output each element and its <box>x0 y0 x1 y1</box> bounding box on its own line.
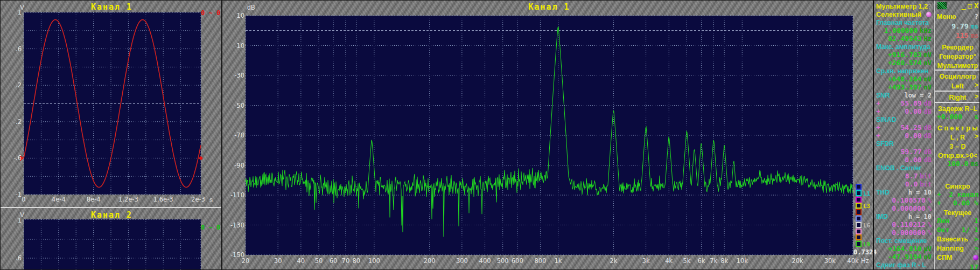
value-rms-1: +648.264mV <box>875 75 933 84</box>
menu-item-3d[interactable]: 3 – D <box>936 141 979 150</box>
spectrum-y-tick: 10 <box>225 12 244 19</box>
text: dB <box>924 124 932 131</box>
text: 1 <box>974 217 978 225</box>
scope1-canvas <box>1 1 221 209</box>
menu-item-sync[interactable]: Синхро <box>936 181 979 190</box>
menu-item-2-channel[interactable]: +2 канал <box>936 190 979 199</box>
text: -47.9194 <box>888 253 922 261</box>
legend-label-L6: L6 <box>863 222 870 229</box>
menu-item-spm[interactable]: СПМ <box>936 253 979 262</box>
value-snr-2: +0.00dB <box>875 107 933 116</box>
spectrum-x-tick: 20k <box>792 257 803 265</box>
spectrum-x-tick: 70 <box>342 257 350 265</box>
scope1-y-tick: .6 <box>2 45 22 53</box>
text: low = 2 <box>904 92 932 99</box>
value-sfdr-1: 59.77dB <box>875 148 933 156</box>
menu-item-oct[interactable]: Окт1/ 1 <box>936 226 979 234</box>
scope2-title: Канал 2 <box>24 210 200 220</box>
readout-record-time: 115ms <box>936 31 979 40</box>
value-sinad-2: +0.00dB <box>875 131 933 140</box>
window-controls[interactable]: _□X <box>936 2 979 10</box>
spectrum-x-tick: 600 <box>512 257 523 265</box>
text: 0.00 <box>905 107 921 115</box>
text: 2 канал <box>949 190 978 198</box>
legend-swatch-10[interactable] <box>856 241 862 247</box>
value-thd-1: 0.108578% <box>875 196 933 205</box>
maximize-button[interactable]: □ <box>968 2 972 10</box>
scope-area: Канал 1 V 0 ~ 0 1.6.2-.2-.6-1 04e-48e-41… <box>1 1 221 270</box>
text: С п е к т р ы <box>937 124 978 132</box>
minimize-button[interactable]: _ <box>962 2 966 10</box>
spectrum-area: Канал 1 dB 10-10-30-50-70-90-110-130-150… <box>222 1 873 270</box>
value-rms-2: +493.397nV <box>875 83 933 92</box>
text: mV <box>924 75 932 83</box>
measurement-panel: Мультиметр 1,2?СелективныйГлавная частот… <box>874 1 934 270</box>
label-max-amplitude: Макс. амплитуда <box>875 43 933 51</box>
scope1-x-tick: 1.6e-3 <box>153 196 173 203</box>
text: Right <box>949 94 967 101</box>
text: 100.0 <box>947 160 968 168</box>
menu-item-recorder[interactable]: Рекордер <box>936 42 979 51</box>
text: > <box>975 93 978 100</box>
spectrum-x-tick: 80 <box>352 257 360 265</box>
label-dc-offset: Пост. смещение <box>875 237 933 245</box>
text: ms <box>971 23 978 30</box>
text: +648.264 <box>888 75 922 83</box>
text: 1.000000 <box>884 26 918 34</box>
legend-swatch-7[interactable] <box>856 222 862 228</box>
value-sfdr-2: 0.00dB <box>875 156 933 164</box>
legend-swatch-5[interactable] <box>856 209 862 215</box>
value-imd-1: 0.110212% <box>875 220 933 229</box>
text: 0.000000 <box>892 204 926 212</box>
menu-item-multimeter[interactable]: Мультиметр <box>936 60 979 69</box>
menu-item-open-input[interactable]: Откр.вх.>0< <box>936 150 979 159</box>
selective-mode: Селективный <box>875 10 933 19</box>
legend-swatch-8[interactable] <box>856 229 862 234</box>
text: 0.0 <box>905 180 918 188</box>
text: +164.810 <box>888 245 922 253</box>
menu-item-hanning[interactable]: Hanning> <box>936 244 979 253</box>
text: Hz <box>924 35 932 43</box>
scope1-x-tick: 1.2e-3 <box>118 196 138 203</box>
value-thd-2: 0.000000% <box>875 204 933 213</box>
text: 0.00 % <box>953 199 978 207</box>
menu-item-current[interactable]: Текущее <box>936 207 979 216</box>
menu-item-menu[interactable]: Меню? <box>936 12 979 21</box>
text: +916.783 <box>888 51 922 59</box>
spectrum-x-tick: 3k <box>642 257 650 265</box>
legend-label-L1: L1 <box>863 190 870 197</box>
panel-separator <box>1 207 221 208</box>
legend-swatch-9[interactable] <box>856 234 862 240</box>
menu-item-weighting[interactable]: Взвесить> <box>936 235 979 244</box>
menu-item-lin[interactable]: Лин1 <box>936 217 979 225</box>
menu-item-spectra[interactable]: С п е к т р ы <box>936 123 979 131</box>
text: nV <box>924 59 932 67</box>
menu-item-lr[interactable]: L , R> <box>936 132 979 141</box>
spectrum-y-tick: -50 <box>225 102 244 109</box>
menu-item-delay-rl[interactable]: Задерж R–L <box>936 103 979 112</box>
legend-swatch-1[interactable] <box>856 184 862 190</box>
menu-item-generator[interactable]: Генератор° <box>936 51 979 60</box>
spectrum-x-tick: 6k <box>697 257 705 265</box>
legend-swatch-2[interactable] <box>856 190 862 196</box>
menu-item-right[interactable]: Right> <box>936 92 979 101</box>
text: h = 10 <box>908 213 932 220</box>
legend-swatch-3[interactable] <box>856 197 862 203</box>
scope2-marker-readout: 0 ~ 0 <box>201 224 220 231</box>
spectrum-x-tick: 5k <box>683 257 690 265</box>
text: % <box>928 205 932 212</box>
value-sinad-1: +54.25dB <box>875 123 933 132</box>
text: ? <box>975 13 978 20</box>
close-button[interactable]: X <box>974 2 978 10</box>
menu-item-left[interactable]: Left> <box>936 81 979 89</box>
text: bit <box>920 181 932 188</box>
legend-swatch-4[interactable] <box>856 203 862 209</box>
legend-swatch-6[interactable] <box>856 216 862 221</box>
value-max-amplitude-2: +260.574nV <box>875 59 933 67</box>
text: bit <box>920 172 932 180</box>
text: 82.49543 <box>888 34 922 43</box>
spectrum-x-tick: 4k <box>665 257 673 265</box>
menu-item-oscilloscope[interactable]: Осциллогр <box>936 71 979 80</box>
text: mV <box>924 51 932 59</box>
value-max-amplitude-1: +916.783mV <box>875 51 933 59</box>
